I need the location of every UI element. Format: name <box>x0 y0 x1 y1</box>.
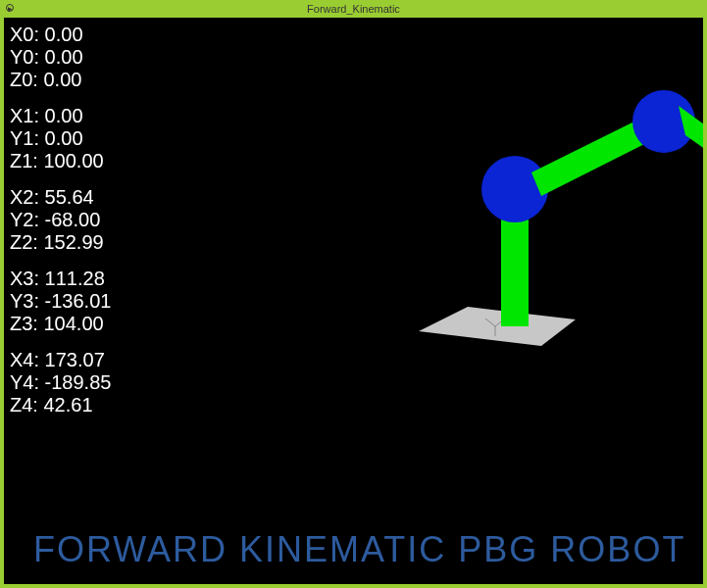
coord-label: X2: 55.64 <box>10 186 111 209</box>
joint-4-coords: X4: 173.07 Y4: -189.85 Z4: 42.61 <box>10 349 111 416</box>
coord-label: Y2: -68.00 <box>10 209 111 231</box>
coord-label: Z1: 100.00 <box>10 150 111 172</box>
window-titlebar[interactable]: ▶ Forward_Kinematic <box>0 0 707 18</box>
app-title-overlay: FORWARD KINEMATIC PBG ROBOT <box>33 529 685 570</box>
joint-0-coords: X0: 0.00 Y0: 0.00 Z0: 0.00 <box>10 24 111 91</box>
joint-2-coords: X2: 55.64 Y2: -68.00 Z2: 152.99 <box>10 186 111 254</box>
window-title: Forward_Kinematic <box>0 3 707 15</box>
coord-label: Y4: -189.85 <box>10 371 111 394</box>
coord-label: Y3: -136.01 <box>10 290 111 313</box>
coord-label: Z3: 104.00 <box>10 313 111 335</box>
coord-label: Y0: 0.00 <box>10 46 111 69</box>
base-plate <box>419 307 576 346</box>
joint-3-coords: X3: 111.28 Y3: -136.01 Z3: 104.00 <box>10 268 111 335</box>
coord-label: X3: 111.28 <box>10 268 111 290</box>
coordinates-overlay: X0: 0.00 Y0: 0.00 Z0: 0.00 X1: 0.00 Y1: … <box>10 24 111 430</box>
robot-visualization <box>370 76 703 390</box>
joint-1-coords: X1: 0.00 Y1: 0.00 Z1: 100.00 <box>10 105 111 172</box>
coord-label: X4: 173.07 <box>10 349 111 371</box>
coord-label: X1: 0.00 <box>10 105 111 127</box>
play-icon: ▶ <box>6 4 14 12</box>
coord-label: Y1: 0.00 <box>10 127 111 150</box>
robot-joint-1 <box>481 156 548 222</box>
coord-label: Z4: 42.61 <box>10 394 111 416</box>
coord-label: Z0: 0.00 <box>10 69 111 91</box>
coord-label: X0: 0.00 <box>10 24 111 46</box>
coord-label: Z2: 152.99 <box>10 231 111 254</box>
render-viewport[interactable]: X0: 0.00 Y0: 0.00 Z0: 0.00 X1: 0.00 Y1: … <box>4 18 703 584</box>
